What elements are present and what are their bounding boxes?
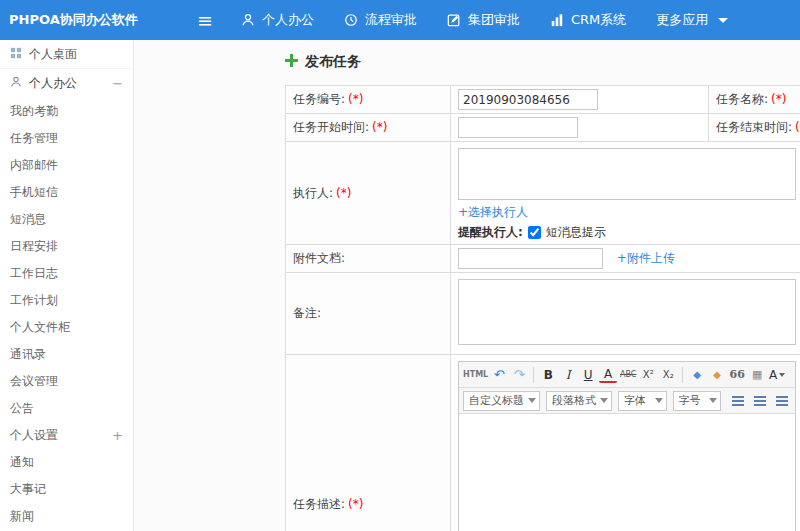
caret-down-icon (528, 398, 536, 403)
font-family-select[interactable]: 字体 (618, 391, 667, 411)
format-painter-icon[interactable]: ◆ (708, 365, 726, 385)
nav-label: 更多应用 (656, 11, 708, 29)
end-time-label: 任务结束时间: (716, 120, 792, 134)
sidebar-item-file-cabinet[interactable]: 个人文件柜 (0, 314, 133, 341)
page-title: 发布任务 (135, 40, 800, 71)
font-style-dropdown[interactable]: A (768, 365, 786, 385)
sidebar-item-work-log[interactable]: 工作日志 (0, 260, 133, 287)
collapse-icon[interactable]: − (112, 77, 123, 90)
nav-personal-office[interactable]: 个人办公 (241, 11, 314, 29)
description-label: 任务描述: (293, 497, 345, 511)
align-right-icon[interactable] (773, 391, 791, 411)
attachment-label-cell: 附件文档: (286, 245, 451, 273)
sidebar-item-settings[interactable]: 个人设置 + (0, 422, 133, 449)
choose-executor-link[interactable]: +选择执行人 (458, 205, 528, 219)
custom-heading-select[interactable]: 自定义标题 (463, 391, 540, 411)
sidebar-item-schedule[interactable]: 日程安排 (0, 233, 133, 260)
form-row-executor: 执行人:(*) +选择执行人 提醒执行人: 短消息提示 (286, 142, 800, 245)
required-mark: (*) (336, 186, 351, 200)
start-time-label: 任务开始时间: (293, 120, 369, 134)
nav-crm-system[interactable]: CRM系统 (550, 11, 626, 29)
sidebar-item-contacts[interactable]: 通讯录 (0, 341, 133, 368)
caret-down-icon (718, 18, 728, 23)
menu-toggle-icon[interactable]: ≡ (187, 9, 223, 31)
sidebar-item-internal-mail[interactable]: 内部邮件 (0, 152, 133, 179)
strikethrough-button[interactable]: ABC (619, 365, 637, 385)
editor-content-area[interactable] (459, 414, 795, 531)
undo-button[interactable]: ↶ (490, 365, 508, 385)
edit-icon (447, 13, 461, 27)
italic-button[interactable]: I (559, 365, 577, 385)
attachment-input[interactable] (458, 248, 603, 269)
executor-label-cell: 执行人:(*) (286, 142, 451, 245)
sidebar-item-tasks[interactable]: 任务管理 (0, 125, 133, 152)
sidebar-group-label: 个人办公 (29, 75, 77, 92)
font-color-button[interactable]: A (599, 366, 617, 383)
editor-toolbar-row1: HTML ↶ ↷ B I U A ABC X² X₂ ◆ ◆ (459, 362, 795, 388)
remark-textarea[interactable] (458, 279, 796, 345)
superscript-button[interactable]: X² (639, 365, 657, 385)
table-insert-icon[interactable]: ▦ (748, 365, 766, 385)
sidebar-item-news[interactable]: 新闻 (0, 503, 133, 530)
caret-down-icon (600, 398, 608, 403)
underline-button[interactable]: U (579, 365, 597, 385)
end-time-label-cell: 任务结束时间:(*) (709, 114, 800, 142)
caret-down-icon (709, 398, 717, 403)
select-label: 自定义标题 (469, 393, 524, 408)
form-row-description: 任务描述:(*) HTML ↶ ↷ B I U A ABC X² (286, 355, 800, 531)
paragraph-format-select[interactable]: 段落格式 (546, 391, 612, 411)
top-nav: 个人办公 流程审批 集团审批 CRM系统 更多应用 (241, 11, 758, 29)
sidebar-item-label: 个人桌面 (29, 46, 77, 63)
form-row-time: 任务开始时间:(*) 任务结束时间:(*) (286, 114, 800, 142)
sidebar-group-personal-office[interactable]: 个人办公 − (0, 69, 133, 98)
subscript-button[interactable]: X₂ (659, 365, 677, 385)
required-mark: (*) (348, 497, 363, 511)
remark-label-cell: 备注: (286, 273, 451, 355)
blockquote-button[interactable]: 66 (728, 365, 746, 385)
sidebar-item-work-plan[interactable]: 工作计划 (0, 287, 133, 314)
sidebar-item-milestones[interactable]: 大事记 (0, 476, 133, 503)
align-center-icon[interactable] (751, 391, 769, 411)
sidebar: 个人桌面 个人办公 − 我的考勤 任务管理 内部邮件 手机短信 短消息 日程安排… (0, 40, 134, 531)
nav-label: 集团审批 (468, 11, 520, 29)
align-left-icon[interactable] (729, 391, 747, 411)
attachment-label: 附件文档: (293, 251, 345, 265)
sidebar-item-notifications[interactable]: 通知 (0, 449, 133, 476)
sidebar-item-short-message[interactable]: 短消息 (0, 206, 133, 233)
sidebar-item-announcements[interactable]: 公告 (0, 395, 133, 422)
nav-label: 个人办公 (262, 11, 314, 29)
sidebar-item-attendance[interactable]: 我的考勤 (0, 98, 133, 125)
sidebar-item-meetings[interactable]: 会议管理 (0, 368, 133, 395)
nav-workflow-approval[interactable]: 流程审批 (344, 11, 417, 29)
sms-remind-checkbox[interactable] (528, 226, 541, 239)
sidebar-item-desktop[interactable]: 个人桌面 (0, 40, 133, 69)
sidebar-item-label: 个人设置 (10, 427, 58, 444)
required-mark: (*) (348, 92, 363, 106)
sidebar-item-sms[interactable]: 手机短信 (0, 179, 133, 206)
redo-button[interactable]: ↷ (510, 365, 528, 385)
bold-button[interactable]: B (539, 365, 557, 385)
toolbar-separator (533, 367, 534, 383)
task-number-input[interactable] (458, 89, 598, 110)
font-style-label: A (769, 368, 777, 382)
required-mark: (*) (771, 92, 786, 106)
executor-label: 执行人: (293, 186, 333, 200)
page-title-text: 发布任务 (305, 53, 361, 71)
toolbar-separator (682, 367, 683, 383)
nav-label: CRM系统 (571, 11, 626, 29)
form-row-attachment: 附件文档: +附件上传 (286, 245, 800, 273)
html-source-button[interactable]: HTML (463, 365, 488, 385)
start-time-input[interactable] (458, 117, 578, 138)
font-size-select[interactable]: 字号 (673, 391, 722, 411)
upload-attachment-link[interactable]: +附件上传 (617, 251, 675, 265)
nav-group-approval[interactable]: 集团审批 (447, 11, 520, 29)
nav-more-apps[interactable]: 更多应用 (656, 11, 728, 29)
expand-icon[interactable]: + (112, 429, 123, 442)
user-icon (241, 13, 255, 27)
desktop-icon (10, 47, 22, 62)
remove-format-icon[interactable]: ◆ (688, 365, 706, 385)
executor-textarea[interactable] (458, 148, 796, 200)
user-icon (10, 76, 22, 91)
task-number-label-cell: 任务编号:(*) (286, 86, 451, 114)
caret-down-icon (655, 398, 663, 403)
